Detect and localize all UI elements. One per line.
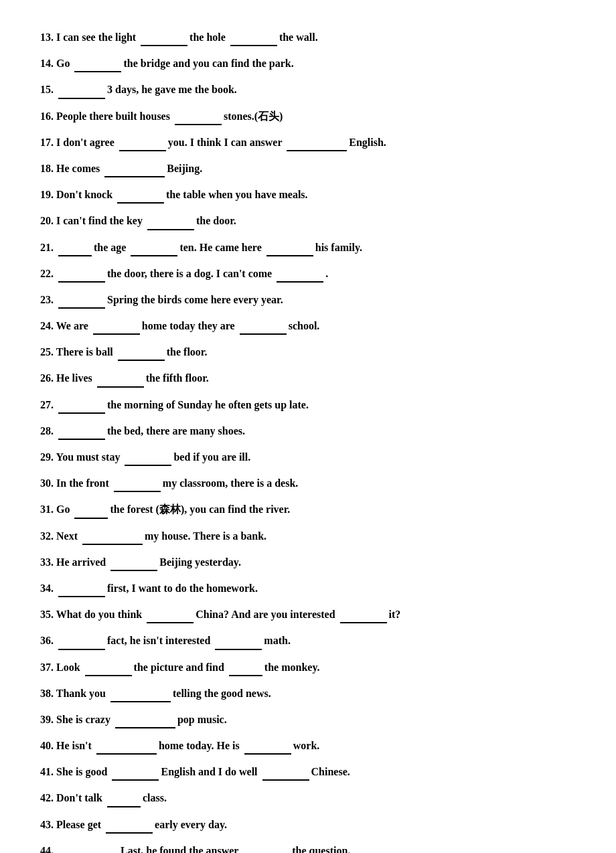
exercise-number: 20.	[40, 215, 54, 226]
exercise-text: the door, there is a dog. I can't come	[107, 268, 272, 279]
exercise-number: 15.	[40, 84, 54, 95]
exercise-number: 30.	[40, 477, 54, 489]
exercise-number: 31.	[40, 503, 54, 515]
exercise-number: 37.	[40, 662, 54, 673]
exercise-text: first, I want to do the homework.	[107, 583, 258, 594]
exercise-item: 13. I can see the light the hole the wal…	[40, 27, 576, 46]
blank	[118, 341, 165, 361]
exercise-item: 44. Last, he found the answer the questi…	[40, 840, 576, 853]
exercise-item: 38. Thank you telling the good news.	[40, 683, 576, 702]
exercise-number: 26.	[40, 372, 54, 384]
exercise-text: the picture and find	[134, 662, 224, 673]
exercise-number: 21.	[40, 242, 54, 253]
exercise-item: 25. There is ball the floor.	[40, 341, 576, 361]
exercise-number: 19.	[40, 189, 54, 200]
blank	[106, 814, 153, 834]
exercise-number: 42.	[40, 792, 54, 803]
exercise-text: school.	[289, 320, 320, 331]
exercise-number: 35.	[40, 609, 54, 620]
exercise-item: 19. Don't knock the table when you have …	[40, 184, 576, 204]
exercise-text: the bed, there are many shoes.	[107, 425, 245, 437]
exercise-item: 26. He lives the fifth floor.	[40, 368, 576, 387]
blank	[117, 184, 164, 204]
blank	[147, 604, 194, 623]
blank	[107, 787, 141, 807]
exercise-text: What do you think	[56, 609, 143, 620]
exercise-text: She is crazy	[56, 714, 110, 725]
exercise-text: the monkey.	[264, 662, 320, 673]
blank	[58, 394, 105, 414]
blank	[115, 709, 175, 728]
blank	[112, 761, 159, 781]
blank	[243, 840, 290, 853]
blank	[244, 735, 291, 755]
exercise-item: 34. first, I want to do the homework.	[40, 578, 576, 597]
exercise-text: In the front	[56, 477, 109, 489]
exercise-number: 29.	[40, 451, 54, 463]
blank	[230, 27, 277, 46]
exercise-item: 36. fact, he isn't interested math.	[40, 630, 576, 649]
exercise-text: Don't knock	[56, 189, 112, 200]
exercise-text: He comes	[56, 163, 100, 174]
blank	[58, 237, 92, 256]
blank	[119, 132, 166, 151]
exercise-text: English and I do well	[161, 766, 257, 777]
exercise-text: She is good	[56, 766, 107, 777]
exercise-text: math.	[264, 635, 291, 646]
exercise-number: 32.	[40, 530, 54, 542]
exercise-text: the door.	[196, 215, 236, 226]
exercise-item: 21. the age ten. He came here his family…	[40, 237, 576, 256]
exercise-text: telling the good news.	[173, 688, 271, 699]
exercise-number: 18.	[40, 163, 54, 174]
exercise-text: Beijing yesterday.	[159, 556, 241, 568]
exercise-number: 39.	[40, 714, 54, 725]
blank	[58, 79, 105, 98]
exercise-text: the wall.	[279, 31, 318, 43]
blank	[85, 657, 132, 676]
exercise-text: the floor.	[167, 346, 208, 358]
exercise-item: 43. Please get early every day.	[40, 814, 576, 834]
exercise-number: 43.	[40, 819, 54, 830]
exercise-text: Please get	[56, 819, 101, 830]
exercise-list: 13. I can see the light the hole the wal…	[40, 27, 576, 853]
exercise-number: 36.	[40, 635, 54, 646]
blank	[131, 237, 177, 256]
exercise-number: 44.	[40, 845, 54, 853]
blank	[114, 473, 161, 492]
exercise-number: 13.	[40, 31, 54, 43]
exercise-text: my classroom, there is a desk.	[163, 477, 299, 489]
blank	[58, 263, 105, 283]
exercise-text: stones.(石头)	[224, 110, 283, 122]
blank	[147, 210, 194, 230]
exercise-text: his family.	[315, 242, 362, 253]
exercise-item: 28. the bed, there are many shoes.	[40, 420, 576, 440]
exercise-text: the bridge and you can find the park.	[123, 58, 293, 69]
blank	[229, 657, 262, 676]
exercise-number: 34.	[40, 583, 54, 594]
blank	[97, 368, 144, 387]
exercise-text: China? And are you interested	[196, 609, 335, 620]
blank	[125, 447, 171, 466]
blank	[141, 27, 187, 46]
exercise-item: 39. She is crazy pop music.	[40, 709, 576, 728]
blank	[74, 53, 121, 72]
exercise-text: I can't find the key	[56, 215, 143, 226]
blank	[175, 106, 222, 125]
exercise-text: He arrived	[56, 556, 106, 568]
exercise-text: He lives	[56, 372, 92, 384]
exercise-item: 29. You must stay bed if you are ill.	[40, 447, 576, 466]
exercise-text: Beijing.	[167, 163, 202, 174]
exercise-item: 15. 3 days, he gave me the book.	[40, 79, 576, 98]
exercise-text: I don't agree	[56, 137, 114, 148]
exercise-text: I can see the light	[56, 31, 136, 43]
blank	[104, 158, 165, 177]
exercise-item: 30. In the front my classroom, there is …	[40, 473, 576, 492]
exercise-text: Chinese.	[311, 766, 350, 777]
exercise-text: the table when you have meals.	[166, 189, 308, 200]
blank	[82, 526, 143, 545]
exercise-number: 16.	[40, 110, 54, 122]
exercise-text: the hole	[189, 31, 226, 43]
blank	[96, 735, 157, 755]
exercise-text: bed if you are ill.	[173, 451, 250, 463]
exercise-number: 38.	[40, 688, 54, 699]
